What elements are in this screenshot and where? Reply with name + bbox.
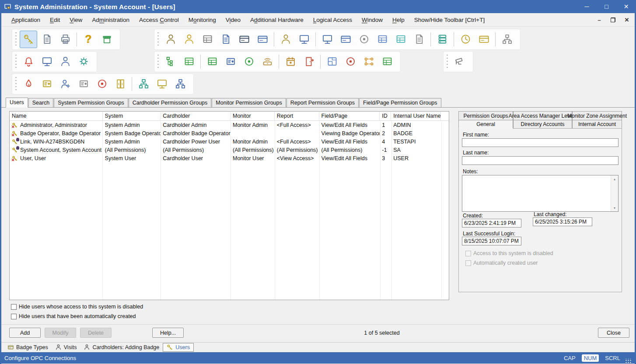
tab-system-permission-groups[interactable]: System Permission Groups [54, 98, 128, 107]
menu-edit[interactable]: Edit [45, 17, 65, 23]
resize-grip-icon[interactable] [626, 358, 632, 364]
menu-video[interactable]: Video [221, 17, 245, 23]
add-button[interactable]: Add [9, 328, 41, 338]
menu-additional-hardware[interactable]: Additional Hardware [245, 17, 308, 23]
computer-diagram-button[interactable] [171, 75, 189, 93]
table-row[interactable]: System Account, System Account(All Permi… [10, 146, 449, 154]
visitors-button[interactable] [180, 31, 198, 48]
users-button[interactable] [277, 31, 294, 48]
encode-card-button[interactable] [235, 31, 253, 48]
image-gallery-button[interactable] [392, 31, 409, 48]
mdi-close-button[interactable]: ✕ [623, 17, 630, 23]
notes-textarea[interactable]: ▲ ▼ [462, 175, 619, 212]
list-builder-button[interactable] [374, 31, 391, 48]
column-header-monitor[interactable]: Monitor [231, 112, 275, 120]
column-header-internal-user-name[interactable]: Internal User Name [391, 112, 441, 120]
monitor-alerts-button[interactable] [38, 53, 56, 70]
tab-users[interactable]: Users [6, 98, 28, 108]
user-permissions-button[interactable] [20, 31, 37, 48]
toolbar-drag-handle-icon[interactable] [447, 55, 448, 69]
tab-field-page-permission-groups[interactable]: Field/Page Permission Groups [359, 98, 441, 107]
column-header-report[interactable]: Report [275, 112, 319, 120]
menu-application[interactable]: Application [7, 17, 45, 23]
intercom-panel-button[interactable] [75, 75, 92, 93]
scheduler-button[interactable] [282, 53, 299, 70]
network-tree-button[interactable] [135, 75, 152, 93]
delete-button[interactable]: Delete [80, 328, 112, 338]
add-visitor-button[interactable] [56, 75, 74, 93]
wireless-router-button[interactable] [259, 53, 276, 70]
reports-button[interactable] [217, 31, 234, 48]
cctv-camera-button[interactable] [451, 53, 468, 70]
table-row[interactable]: ✕Administrator, AdministratorSystem Admi… [10, 121, 449, 129]
camera-groups-button[interactable] [342, 53, 359, 70]
panel-tab-internal-account[interactable]: Internal Account [572, 120, 622, 129]
column-header-cardholder[interactable]: Cardholder [161, 112, 231, 120]
tab-monitor-permission-groups[interactable]: Monitor Permission Groups [212, 98, 286, 107]
tab-cardholder-permission-groups[interactable]: Cardholder Permission Groups [129, 98, 212, 107]
help-button[interactable]: ? [80, 31, 97, 48]
access-cards-button[interactable] [475, 31, 493, 48]
archive-server-button[interactable] [433, 31, 451, 48]
modify-button[interactable]: Modify [45, 328, 76, 338]
panel-network-button[interactable] [180, 53, 198, 70]
toolbar-drag-handle-icon[interactable] [157, 32, 159, 46]
close-button[interactable]: Close [598, 328, 629, 338]
workstation-send-button[interactable] [153, 75, 171, 93]
menu-access-control[interactable]: Access Control [134, 17, 184, 23]
monitor-config-button[interactable] [318, 31, 336, 48]
fire-alarm-button[interactable] [20, 75, 37, 93]
column-header-name[interactable]: Name [10, 112, 103, 120]
toolbar-drag-handle-icon[interactable] [157, 55, 159, 69]
badge-config-button[interactable] [337, 31, 354, 48]
tab-report-permission-groups[interactable]: Report Permission Groups [287, 98, 359, 107]
floorplans-button[interactable] [323, 53, 341, 70]
minimize-button[interactable]: ─ [577, 0, 597, 13]
intercom-button[interactable] [222, 53, 239, 70]
badge-types-button[interactable] [199, 31, 216, 48]
first-name-input[interactable] [462, 138, 619, 147]
table-row[interactable]: ✕User, UserSystem UserCardholder UserMon… [10, 154, 449, 162]
menu-monitoring[interactable]: Monitoring [184, 17, 221, 23]
panel-tab-permission-groups[interactable]: Permission Groups [458, 111, 513, 120]
column-header-id[interactable]: ID [380, 112, 391, 120]
cardholders-button[interactable] [162, 31, 179, 48]
panel-tab-area-access-manager-levels[interactable]: Area Access Manager Levels [513, 111, 572, 120]
access-panels-button[interactable] [203, 53, 221, 70]
print-badge-button[interactable] [56, 31, 74, 48]
menu-administration[interactable]: Administration [87, 17, 134, 23]
checkbox-box[interactable] [11, 304, 17, 310]
column-header-filler[interactable] [441, 112, 449, 120]
report-preview-button[interactable] [38, 31, 56, 48]
window-tab-badge-types[interactable]: Badge Types [4, 343, 52, 352]
tab-search[interactable]: Search [28, 98, 54, 107]
toolbar-drag-handle-icon[interactable] [15, 32, 17, 46]
panel-tab-general[interactable]: General [458, 120, 513, 129]
notes-scrollbar[interactable]: ▲ ▼ [611, 175, 618, 211]
checkbox-box[interactable] [11, 314, 17, 319]
maximize-button[interactable]: □ [597, 0, 616, 13]
scroll-up-icon[interactable]: ▲ [611, 175, 618, 182]
mdi-restore-button[interactable] [611, 18, 615, 22]
mdi-minimize-button[interactable]: – [596, 17, 603, 23]
toolbar-drag-handle-icon[interactable] [15, 77, 17, 91]
device-links-button[interactable] [360, 53, 377, 70]
column-header-system[interactable]: System [103, 112, 161, 120]
alarm-disc-button[interactable] [93, 75, 111, 93]
system-options-button[interactable] [75, 53, 92, 70]
panel-tab-monitor-zone-assignment[interactable]: Monitor Zone Assignment [572, 111, 622, 120]
window-tab-visits[interactable]: Visits [52, 343, 80, 352]
table-row[interactable]: Link, WIN-A274BSKGD6NSystem AdminCardhol… [10, 137, 449, 146]
multiple-badges-button[interactable] [254, 31, 271, 48]
menu-help[interactable]: Help [388, 17, 409, 23]
panel-tab-directory-accounts[interactable]: Directory Accounts [513, 120, 572, 129]
toolbar-drag-handle-icon[interactable] [15, 55, 17, 69]
last-name-input[interactable] [462, 156, 619, 165]
menu-window[interactable]: Window [357, 17, 388, 23]
checkbox-hide-users-that-have-been-automatically-created[interactable]: Hide users that have been automatically … [11, 313, 136, 319]
scroll-down-icon[interactable]: ▼ [611, 204, 618, 211]
menu-show-hide-toolbar-ctrl-t[interactable]: Show/Hide Toolbar [Ctrl+T] [409, 17, 489, 23]
wireless-signal-button[interactable] [240, 53, 258, 70]
help-button[interactable]: Help... [152, 328, 184, 338]
alarm-monitoring-button[interactable] [20, 53, 37, 70]
